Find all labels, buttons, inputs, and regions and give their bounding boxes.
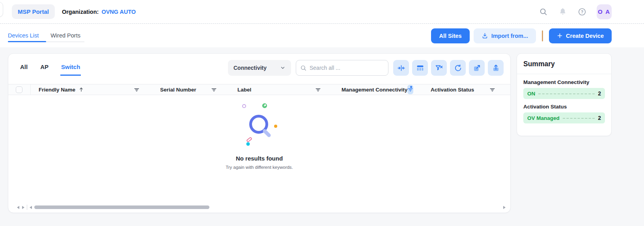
refresh-button[interactable] bbox=[450, 60, 466, 76]
actions-divider bbox=[542, 30, 543, 41]
column-serial-number[interactable]: Serial Number bbox=[152, 87, 230, 93]
column-label: Management Connectivity bbox=[342, 87, 407, 93]
summary-card: Summary Management Connectivity ON 2 Act… bbox=[517, 53, 612, 136]
all-sites-label: All Sites bbox=[439, 33, 461, 39]
scrollbar-track[interactable] bbox=[34, 205, 501, 209]
page-left-icon[interactable] bbox=[17, 206, 19, 209]
filter-active-icon[interactable] bbox=[407, 85, 413, 94]
active-tab-indicator bbox=[8, 41, 46, 42]
summary-divider bbox=[517, 74, 611, 74]
import-from-label: Import from... bbox=[491, 33, 528, 39]
create-device-label: Create Device bbox=[566, 33, 604, 39]
nav-actions: All Sites Import from... Create Device bbox=[431, 28, 612, 43]
column-management-connectivity[interactable]: Management Connectivity bbox=[334, 85, 423, 94]
summary-row-value: 2 bbox=[598, 90, 601, 97]
summary-title: Summary bbox=[523, 60, 605, 68]
plus-icon bbox=[557, 33, 563, 39]
select-all-checkbox[interactable] bbox=[16, 86, 22, 93]
summary-row-label: OV Managed bbox=[527, 115, 560, 121]
column-friendly-name[interactable]: Friendly Name bbox=[31, 87, 152, 93]
collapsed-sidebar-edge[interactable] bbox=[0, 2, 3, 17]
search-icon[interactable] bbox=[539, 7, 548, 17]
page-tabs: Devices List Wired Ports bbox=[8, 24, 80, 47]
msp-portal-screen: MSP Portal Organization: OVNG AUTO ? O A… bbox=[0, 0, 644, 226]
table-header: Friendly Name Serial Number Label bbox=[8, 84, 510, 95]
export-button[interactable] bbox=[488, 60, 504, 76]
scrollbar-separator bbox=[27, 205, 27, 210]
no-results-illustration bbox=[230, 100, 289, 152]
user-avatar[interactable]: O A bbox=[597, 4, 612, 19]
empty-state-subtitle: Try again with different keywords. bbox=[226, 165, 293, 170]
help-icon[interactable]: ? bbox=[577, 7, 587, 17]
tab-ap[interactable]: AP bbox=[39, 60, 49, 76]
column-label[interactable]: Label bbox=[230, 87, 334, 93]
msp-portal-button[interactable]: MSP Portal bbox=[12, 4, 55, 19]
clear-filters-button[interactable] bbox=[431, 60, 447, 76]
horizontal-scrollbar bbox=[13, 205, 506, 210]
tab-switch[interactable]: Switch bbox=[60, 60, 81, 76]
scrollbar-thumb[interactable] bbox=[34, 205, 209, 209]
devices-toolbar: All AP Switch Connectivity bbox=[8, 54, 510, 76]
search-input-icon bbox=[300, 65, 307, 71]
column-activation-status[interactable]: Activation Status bbox=[423, 87, 510, 93]
dashed-leader bbox=[538, 93, 595, 94]
summary-section-heading: Management Connectivity bbox=[523, 79, 605, 85]
topbar-actions: ? O A bbox=[539, 4, 612, 19]
filter-icon[interactable] bbox=[315, 87, 321, 93]
tab-devices-list[interactable]: Devices List bbox=[8, 32, 39, 39]
connectivity-dropdown-value: Connectivity bbox=[233, 65, 267, 71]
scroll-left-icon[interactable] bbox=[30, 206, 32, 209]
sort-ascending-icon[interactable] bbox=[78, 87, 84, 92]
bell-icon[interactable] bbox=[558, 7, 567, 17]
summary-row-label: ON bbox=[527, 91, 535, 97]
organization-label: Organization: bbox=[62, 9, 99, 15]
dashed-leader bbox=[563, 118, 595, 119]
expand-button[interactable] bbox=[469, 60, 485, 76]
organization-name-link[interactable]: OVNG AUTO bbox=[101, 9, 136, 15]
search-input[interactable] bbox=[310, 65, 384, 71]
all-sites-button[interactable]: All Sites bbox=[431, 28, 469, 43]
summary-row-ov-managed: OV Managed 2 bbox=[523, 112, 605, 123]
import-from-button[interactable]: Import from... bbox=[474, 28, 536, 43]
column-label: Serial Number bbox=[160, 87, 196, 93]
device-type-tabs: All AP Switch bbox=[19, 60, 81, 76]
summary-row-value: 2 bbox=[598, 115, 601, 121]
column-label: Activation Status bbox=[431, 87, 474, 93]
filter-icon[interactable] bbox=[489, 87, 495, 93]
tab-all[interactable]: All bbox=[19, 60, 28, 76]
toolbar-controls: Connectivity bbox=[228, 60, 504, 76]
search-box bbox=[296, 60, 388, 76]
table-action-buttons bbox=[393, 60, 504, 76]
filter-icon[interactable] bbox=[134, 87, 140, 93]
connectivity-dropdown[interactable]: Connectivity bbox=[228, 60, 291, 76]
chevron-down-icon bbox=[280, 65, 286, 71]
page-right-icon[interactable] bbox=[22, 206, 24, 209]
empty-state-title: No results found bbox=[236, 155, 283, 162]
select-all-cell bbox=[8, 84, 31, 95]
top-bar: MSP Portal Organization: OVNG AUTO ? O A bbox=[0, 0, 644, 24]
page-nav-bar: Devices List Wired Ports All Sites Impor… bbox=[0, 24, 644, 47]
manage-columns-button[interactable] bbox=[412, 60, 428, 76]
summary-row-on: ON 2 bbox=[523, 88, 605, 99]
empty-state: No results found Try again with differen… bbox=[8, 100, 510, 170]
filter-icon[interactable] bbox=[211, 87, 217, 93]
collapse-columns-button[interactable] bbox=[393, 60, 409, 76]
scroll-right-icon[interactable] bbox=[503, 206, 506, 209]
devices-card: All AP Switch Connectivity bbox=[8, 53, 511, 213]
column-label: Friendly Name bbox=[39, 87, 75, 93]
download-icon bbox=[482, 32, 488, 39]
create-device-button[interactable]: Create Device bbox=[549, 28, 612, 43]
tab-wired-ports[interactable]: Wired Ports bbox=[50, 32, 80, 39]
pager-arrows bbox=[13, 206, 27, 209]
column-label: Label bbox=[237, 87, 251, 93]
summary-section-heading: Activation Status bbox=[523, 104, 605, 110]
svg-text:?: ? bbox=[581, 9, 583, 14]
